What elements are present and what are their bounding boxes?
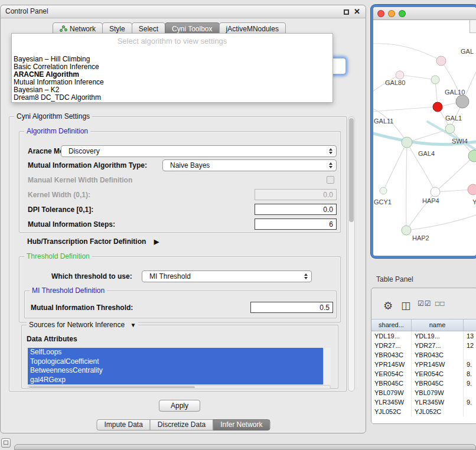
table-row[interactable]: YLR345WYLR345W9.	[371, 397, 476, 407]
node-label: GAL10	[445, 89, 465, 96]
tab-label: Infer Network	[220, 420, 262, 429]
network-window-titlebar[interactable]	[373, 7, 476, 20]
attributes-horizontal-scrollbar[interactable]	[28, 385, 331, 389]
dropdown-item-dream8-dc-tdc-algorithm[interactable]: Dream8 DC_TDC Algorithm	[12, 94, 332, 102]
which-threshold-value: MI Threshold	[149, 272, 191, 281]
which-threshold-select[interactable]: MI Threshold	[142, 270, 312, 282]
network-edge	[406, 142, 407, 230]
network-edge	[383, 142, 407, 191]
table-row[interactable]: YBR045CYBR045C9.	[371, 379, 476, 388]
network-node[interactable]	[402, 137, 412, 148]
hub-section-toggle[interactable]: Hub/Transcription Factor Definition ▶	[27, 237, 159, 246]
zoom-traffic-light-icon[interactable]	[399, 10, 406, 17]
minimize-traffic-light-icon[interactable]	[388, 10, 395, 17]
algorithm-definition-title: Algorithm Definition	[24, 127, 90, 135]
network-window: GALGAL80GAL10GAL1GAL11SWI4GAL4GCY1HAP4YH…	[371, 5, 476, 258]
settings-group-title: Cyni Algorithm Settings	[14, 112, 92, 120]
table-cell: YBR043C	[371, 350, 412, 360]
network-canvas[interactable]: GALGAL80GAL10GAL1GAL11SWI4GAL4GCY1HAP4YH…	[373, 20, 476, 256]
algorithm-definition-group: Algorithm Definition Aracne Mode: Discov…	[19, 131, 341, 233]
data-attributes-list[interactable]: SelfLoopsTopologicalCoefficientBetweenne…	[28, 348, 331, 384]
scrollbar-thumb[interactable]	[349, 118, 354, 222]
close-icon[interactable]: ✕	[354, 7, 360, 16]
table-row[interactable]: YER054CYER054C8.	[371, 369, 476, 379]
table-cell	[464, 350, 476, 360]
table-cell: 9.	[464, 379, 476, 388]
table-row[interactable]: YBL079WYBL079W	[371, 388, 476, 397]
settings-scrollbar[interactable]	[348, 116, 355, 392]
tab-infer-network[interactable]: Infer Network	[213, 419, 270, 431]
attribute-item-gal4rgexp[interactable]: gal4RGexp	[28, 376, 323, 385]
network-edge	[406, 215, 476, 230]
table-row[interactable]: YDL19...YDL19...13	[371, 331, 476, 341]
attribute-item-selfloops[interactable]: SelfLoops	[28, 348, 323, 357]
network-icon	[60, 25, 67, 32]
float-window-icon[interactable]	[344, 9, 349, 15]
column-header-col2[interactable]	[464, 319, 476, 331]
mi-steps-input[interactable]	[255, 219, 337, 230]
tab-label: Network	[70, 25, 96, 33]
apply-button[interactable]: Apply	[159, 400, 200, 412]
table-cell: 12	[464, 341, 476, 350]
attributes-vertical-scrollbar[interactable]	[323, 348, 331, 384]
table-row[interactable]: YPR145WYPR145W9.	[371, 360, 476, 369]
select-all-icon[interactable]: ☑☑	[418, 299, 432, 308]
table-cell: YBR045C	[371, 379, 412, 388]
table-panel-title: Table Panel	[376, 275, 413, 283]
threshold-definition-group: Threshold Definition Which threshold to …	[19, 256, 341, 322]
table-cell: 8.	[464, 369, 476, 379]
gear-icon[interactable]: ⚙	[383, 299, 393, 312]
tab-impute-data[interactable]: Impute Data	[96, 419, 150, 431]
node-label: GAL4	[418, 150, 435, 157]
sources-title: Sources for Network Inference	[29, 321, 125, 329]
attribute-item-topologicalcoefficient[interactable]: TopologicalCoefficient	[28, 357, 323, 367]
network-node[interactable]	[431, 187, 440, 197]
table-cell: YLR345W	[371, 397, 412, 407]
sources-section-toggle[interactable]: Sources for Network Inference ▼	[27, 321, 138, 329]
network-node[interactable]	[396, 71, 404, 79]
network-node[interactable]	[436, 56, 446, 66]
table-cell: YER054C	[371, 369, 412, 379]
node-label: GAL11	[374, 118, 393, 125]
network-node[interactable]	[380, 187, 387, 194]
table-row[interactable]: YDR27...YDR27...12	[371, 341, 476, 350]
mi-threshold-input[interactable]	[250, 302, 333, 313]
mi-algorithm-type-select[interactable]: Naive Bayes	[162, 159, 337, 171]
screen: Control Panel ✕ NetworkStyleSelectCyni T…	[0, 0, 476, 450]
dropdown-item-mutual-information-inference[interactable]: Mutual Information Inference	[12, 79, 332, 86]
close-traffic-light-icon[interactable]	[377, 10, 384, 17]
table-cell: 9.	[464, 360, 476, 369]
kernel-width-label: Kernel Width (0,1):	[28, 191, 90, 199]
scrollbar-thumb[interactable]	[29, 386, 195, 388]
column-header-name[interactable]: name	[412, 319, 464, 331]
network-node[interactable]	[431, 76, 439, 84]
dpi-tolerance-input[interactable]	[255, 204, 337, 215]
control-panel-titlebar[interactable]: Control Panel ✕	[1, 5, 366, 18]
table-panel-window: ⚙ ◫ ☑☑ □□ shared...name YDL19...YDL19...…	[371, 288, 476, 424]
table-row[interactable]: YJL052CYJL052C	[371, 407, 476, 416]
table-row[interactable]: YBR043CYBR043C	[371, 350, 476, 360]
tab-discretize-data[interactable]: Discretize Data	[150, 419, 213, 431]
column-selector-icon[interactable]: ◫	[401, 299, 410, 312]
network-node[interactable]	[402, 226, 411, 235]
docked-panel-icon[interactable]	[1, 438, 11, 448]
dpi-tolerance-label: DPI Tolerance [0,1]:	[28, 206, 93, 214]
canvas-scrollbar-stub[interactable]	[470, 20, 476, 33]
kernel-width-input[interactable]	[255, 189, 337, 200]
network-node[interactable]	[456, 95, 469, 108]
column-header-shared[interactable]: shared...	[371, 319, 412, 331]
aracne-mode-select[interactable]: Discovery	[61, 145, 337, 157]
network-node[interactable]	[433, 102, 442, 112]
network-node[interactable]	[445, 124, 455, 133]
network-edge	[407, 129, 450, 142]
deselect-all-icon[interactable]: □□	[435, 299, 445, 308]
table-cell: YJL052C	[412, 407, 464, 416]
manual-kernel-width-checkbox[interactable]	[327, 176, 334, 184]
expand-arrow-icon: ▶	[154, 238, 159, 245]
mi-threshold-group-title: MI Threshold Definition	[30, 286, 107, 295]
table-cell: YBL079W	[371, 388, 412, 397]
attribute-item-betweennesscentrality[interactable]: BetweennessCentrality	[28, 366, 323, 376]
combo-arrows-icon	[329, 162, 334, 168]
network-node[interactable]	[468, 184, 476, 195]
which-threshold-label: Which threshold to use:	[51, 272, 132, 281]
